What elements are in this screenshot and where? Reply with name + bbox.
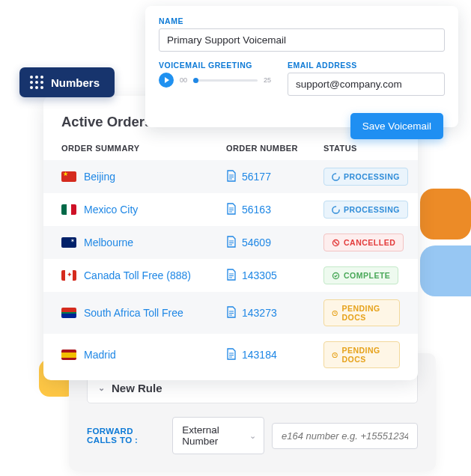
order-city-link[interactable]: South Africa Toll Free <box>84 307 183 319</box>
document-icon <box>226 306 237 320</box>
flag-icon <box>61 308 76 318</box>
forward-calls-label: FORWARD CALLS TO : <box>87 427 165 445</box>
vm-name-input[interactable] <box>159 28 445 52</box>
forward-target-select[interactable]: External Number ⌄ <box>172 417 264 454</box>
track-end-label: 25 <box>264 76 271 84</box>
flag-icon <box>61 237 76 248</box>
order-number-link[interactable]: 56177 <box>242 171 271 183</box>
decorative-blob-blue <box>420 245 471 296</box>
order-city-link[interactable]: Canada Toll Free (888) <box>84 269 191 281</box>
dialpad-icon <box>30 76 43 89</box>
vm-email-label: EMAIL ADDRESS <box>288 61 445 70</box>
numbers-label: Numbers <box>51 76 100 89</box>
status-badge: PENDING DOCS <box>323 299 400 326</box>
vm-email-input[interactable] <box>288 73 445 96</box>
save-voicemail-button[interactable]: Save Voicemail <box>350 113 443 139</box>
orders-column-headers: ORDER SUMMARY ORDER NUMBER STATUS <box>43 139 418 160</box>
document-icon <box>226 203 237 217</box>
status-badge: PROCESSING <box>323 168 408 186</box>
flag-icon <box>61 350 76 360</box>
table-row: South Africa Toll Free143273PENDING DOCS <box>43 292 418 334</box>
forward-target-value: External Number <box>182 424 219 447</box>
col-number: ORDER NUMBER <box>226 144 323 153</box>
status-badge: PENDING DOCS <box>323 341 400 368</box>
document-icon <box>226 348 237 362</box>
e164-number-input[interactable] <box>272 423 418 449</box>
vm-greeting-label: VOICEMAIL GREETING <box>159 61 271 70</box>
document-icon <box>226 236 237 250</box>
new-rule-title: New Rule <box>112 382 162 394</box>
audio-player: 00 25 <box>159 73 271 88</box>
order-number-link[interactable]: 54609 <box>242 237 271 248</box>
play-button[interactable] <box>159 73 174 88</box>
flag-icon <box>61 270 76 281</box>
order-number-link[interactable]: 143184 <box>242 349 277 361</box>
order-city-link[interactable]: Madrid <box>84 349 116 361</box>
col-status: STATUS <box>323 144 400 153</box>
order-city-link[interactable]: Beijing <box>84 171 115 183</box>
order-city-link[interactable]: Melbourne <box>84 237 133 248</box>
chevron-down-icon: ⌄ <box>98 383 105 393</box>
document-icon <box>226 170 237 184</box>
table-row: Canada Toll Free (888)143305COMPLETE <box>43 259 418 292</box>
table-row: Melbourne54609CANCELLED <box>43 226 418 259</box>
vm-name-label: NAME <box>159 16 445 25</box>
order-city-link[interactable]: Mexico City <box>84 204 138 216</box>
table-row: Madrid143184PENDING DOCS <box>43 334 418 376</box>
order-number-link[interactable]: 143273 <box>242 307 277 319</box>
status-badge: COMPLETE <box>323 266 398 284</box>
status-badge: PROCESSING <box>323 201 408 219</box>
track-start-label: 00 <box>180 76 187 84</box>
sidebar-item-numbers[interactable]: Numbers <box>19 67 115 97</box>
flag-icon <box>61 171 76 182</box>
order-number-link[interactable]: 56163 <box>242 204 271 216</box>
decorative-blob-orange <box>420 189 471 239</box>
col-summary: ORDER SUMMARY <box>61 144 226 153</box>
document-icon <box>226 269 237 283</box>
chevron-down-icon: ⌄ <box>249 431 256 441</box>
status-badge: CANCELLED <box>323 234 404 251</box>
order-number-link[interactable]: 143305 <box>242 269 277 281</box>
audio-track[interactable] <box>193 79 258 82</box>
table-row: Mexico City56163PROCESSING <box>43 193 418 226</box>
voicemail-card: NAME VOICEMAIL GREETING 00 25 EMAIL ADDR… <box>145 6 458 127</box>
table-row: Beijing56177PROCESSING <box>43 160 418 193</box>
flag-icon <box>61 204 76 215</box>
track-knob[interactable] <box>193 78 198 83</box>
